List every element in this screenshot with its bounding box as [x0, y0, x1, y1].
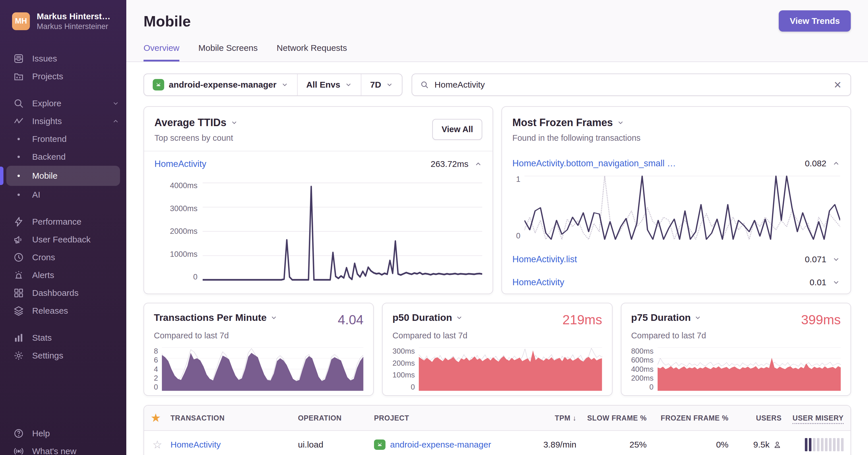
date-range-selector[interactable]: 7D	[361, 74, 402, 95]
col-transaction[interactable]: TRANSACTION	[170, 414, 298, 422]
broadcast-icon	[13, 446, 24, 455]
sidebar-item-mobile[interactable]: Mobile	[6, 166, 120, 186]
transaction-link[interactable]: HomeActivity	[154, 159, 206, 169]
col-users[interactable]: USERS	[732, 414, 784, 422]
grid-icon	[13, 287, 24, 298]
star-toggle-icon[interactable]: ☆	[152, 438, 162, 451]
project-selector-label: android-expense-manager	[169, 80, 276, 90]
y-axis-labels: 800ms 600ms 400ms 200ms 0	[631, 347, 654, 392]
sidebar-item-user-feedback[interactable]: User Feedback	[0, 231, 126, 249]
avatar: MH	[12, 12, 30, 30]
active-indicator	[0, 167, 3, 185]
project-link[interactable]: android-expense-manager	[390, 440, 491, 450]
tab-mobile-screens[interactable]: Mobile Screens	[198, 43, 258, 61]
gear-icon	[13, 350, 24, 361]
card-title: p75 Duration	[631, 312, 691, 323]
y-tick: 6	[154, 356, 158, 365]
date-range-label: 7D	[370, 80, 381, 90]
transaction-link[interactable]: HomeActivity.bottom_navigation_small …	[513, 158, 676, 169]
card-title: p50 Duration	[392, 312, 452, 323]
col-slow-frame[interactable]: SLOW FRAME %	[579, 414, 650, 422]
sidebar-item-alerts[interactable]: Alerts	[0, 266, 126, 284]
col-frozen-frame[interactable]: FROZEN FRAME %	[650, 414, 732, 422]
page-filter-group: android-expense-manager All Envs 7D	[144, 74, 402, 96]
tab-network-requests[interactable]: Network Requests	[277, 43, 347, 61]
p50-metric-select[interactable]: p50 Duration	[392, 312, 463, 323]
y-tick: 300ms	[392, 347, 415, 356]
sidebar-item-label: Mobile	[32, 171, 57, 181]
user-org: Markus Hintersteiner	[37, 22, 111, 32]
table-header-row: ★ TRANSACTION OPERATION PROJECT TPM ↓ SL…	[144, 406, 850, 431]
slow-frame-cell: 25%	[579, 440, 650, 450]
sidebar-item-releases[interactable]: Releases	[0, 302, 126, 320]
clock-icon	[13, 252, 24, 263]
sidebar-item-projects[interactable]: Projects	[0, 67, 126, 85]
clear-search-icon[interactable]: ×	[833, 78, 842, 91]
most-frozen-frames-card: Most Frozen Frames Found in the followin…	[501, 106, 851, 294]
transaction-link[interactable]: HomeActivity.list	[513, 254, 577, 264]
p75-metric-select[interactable]: p75 Duration	[631, 312, 702, 323]
lightning-icon	[13, 216, 24, 227]
issues-icon	[13, 53, 24, 64]
search-icon	[420, 80, 429, 89]
col-tpm[interactable]: TPM ↓	[520, 414, 579, 422]
sort-desc-icon: ↓	[572, 414, 577, 422]
chevron-down-icon	[281, 81, 288, 88]
environment-selector-label: All Envs	[306, 80, 340, 90]
tpm-area-chart	[162, 347, 363, 392]
card-title: Transactions Per Minute	[154, 312, 267, 323]
y-tick: 0	[649, 382, 653, 392]
sidebar-item-explore[interactable]: Explore	[0, 94, 126, 112]
sidebar-item-label: Dashboards	[32, 288, 79, 298]
tab-overview[interactable]: Overview	[144, 43, 179, 61]
y-tick: 0	[154, 382, 158, 392]
metric-value: 0.082	[805, 159, 826, 168]
sidebar-item-issues[interactable]: Issues	[0, 50, 126, 67]
chevron-down-icon	[456, 314, 463, 321]
android-project-icon	[153, 79, 164, 90]
sidebar-item-insights[interactable]: Insights	[0, 112, 126, 130]
expand-icon[interactable]	[832, 255, 840, 263]
sidebar-item-frontend[interactable]: Frontend	[0, 130, 126, 148]
sidebar-item-label: Releases	[32, 306, 68, 316]
col-user-misery[interactable]: USER MISERY	[784, 414, 850, 422]
user-menu[interactable]: MH Markus Hinterst… Markus Hintersteiner	[0, 11, 126, 31]
expand-icon[interactable]	[832, 278, 840, 286]
user-icon	[773, 440, 782, 449]
sidebar-item-performance[interactable]: Performance	[0, 213, 126, 231]
col-operation[interactable]: OPERATION	[298, 414, 374, 422]
tpm-metric-select[interactable]: Transactions Per Minute	[154, 312, 278, 323]
environment-selector[interactable]: All Envs	[298, 74, 361, 95]
sidebar-item-crons[interactable]: Crons	[0, 249, 126, 266]
tpm-value: 4.04	[338, 312, 364, 328]
chevron-down-icon	[230, 119, 238, 126]
transaction-link[interactable]: HomeActivity	[513, 277, 564, 287]
sidebar-item-stats[interactable]: Stats	[0, 329, 126, 347]
collapse-icon[interactable]	[474, 160, 482, 168]
sidebar-item-whats-new[interactable]: What's new	[0, 443, 126, 455]
col-project[interactable]: PROJECT	[374, 414, 520, 422]
page-content: android-expense-manager All Envs 7D	[126, 62, 868, 455]
search-input[interactable]	[435, 80, 827, 90]
y-tick: 3000ms	[170, 204, 197, 213]
sidebar-item-ai[interactable]: AI	[0, 186, 126, 204]
view-trends-button[interactable]: View Trends	[779, 10, 851, 32]
star-icon[interactable]: ★	[151, 412, 161, 424]
collapse-icon[interactable]	[832, 160, 840, 168]
project-selector[interactable]: android-expense-manager	[144, 74, 297, 95]
sidebar-item-label: Issues	[32, 54, 57, 63]
p75-value: 399ms	[801, 312, 841, 328]
top-cards-row: Average TTIDs Top screens by count View …	[144, 106, 851, 294]
transaction-link[interactable]: HomeActivity	[170, 440, 221, 449]
frozen-frames-metric-select[interactable]: Most Frozen Frames	[513, 117, 840, 129]
sidebar-item-help[interactable]: Help	[0, 425, 126, 443]
view-all-button[interactable]: View All	[432, 119, 482, 140]
card-subtitle: Compared to last 7d	[154, 331, 363, 340]
tab-bar: Overview Mobile Screens Network Requests	[144, 43, 851, 61]
sidebar-item-backend[interactable]: Backend	[0, 148, 126, 166]
ttid-line-chart	[203, 181, 482, 282]
transactions-table: ★ TRANSACTION OPERATION PROJECT TPM ↓ SL…	[144, 405, 851, 455]
sidebar-item-dashboards[interactable]: Dashboards	[0, 284, 126, 302]
y-tick: 800ms	[631, 347, 654, 356]
sidebar-item-settings[interactable]: Settings	[0, 347, 126, 365]
